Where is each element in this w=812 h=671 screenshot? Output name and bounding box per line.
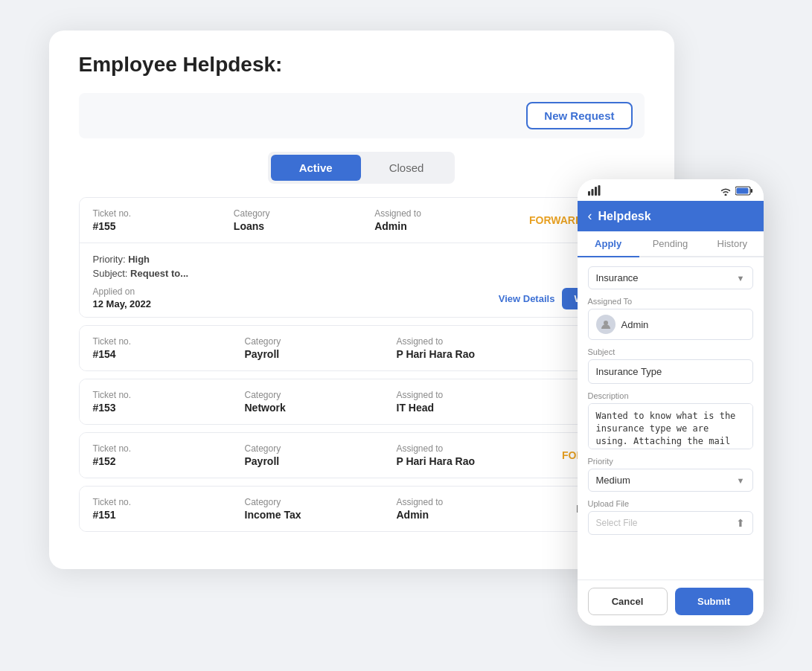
phone-tab-apply[interactable]: Apply (578, 231, 639, 257)
ticket-152-no: #152 (93, 455, 245, 467)
phone-header: ‹ Helpdesk (578, 201, 764, 231)
ticket-155-no: #155 (93, 220, 234, 232)
ticket-row: Ticket no. #154 Category Payroll Assigne… (79, 325, 645, 371)
assigned-label: Assigned to (397, 497, 549, 507)
ticket-no-label: Ticket no. (93, 208, 234, 219)
assigned-to-row: Admin (588, 309, 753, 340)
ticket-151-no: #151 (93, 509, 245, 521)
tab-closed[interactable]: Closed (361, 155, 453, 181)
ticket-151-main: Ticket no. #151 Category Income Tax Assi… (80, 487, 644, 531)
view-details-button[interactable]: View Details (499, 293, 555, 304)
file-upload-row[interactable]: Select File ⬆ (588, 511, 753, 535)
subject-input[interactable] (588, 359, 753, 384)
battery-icon (735, 186, 753, 198)
priority-select[interactable]: Medium ▼ (588, 469, 753, 492)
ticket-no-label: Ticket no. (93, 497, 245, 507)
category-field: Insurance ▼ (588, 266, 753, 289)
category-label: Category (245, 336, 397, 347)
svg-rect-0 (588, 191, 590, 196)
ticket-153-no: #153 (93, 402, 245, 414)
phone-header-title: Helpdesk (598, 210, 651, 223)
upload-field: Upload File Select File ⬆ (588, 499, 753, 535)
wifi-icon (719, 186, 732, 198)
ticket-152-no-col: Ticket no. #152 (93, 443, 245, 467)
ticket-154-cat-col: Category Payroll (245, 336, 397, 360)
assigned-label: Assigned to (374, 208, 515, 219)
ticket-154-no-col: Ticket no. #154 (93, 336, 245, 360)
priority-label: Priority (588, 457, 753, 466)
ticket-155-assigned-col: Assigned to Admin (374, 208, 515, 232)
assigned-label: Assigned to (397, 443, 549, 454)
ticket-155-date: 12 May, 2022 (93, 298, 152, 309)
category-label: Category (245, 443, 397, 454)
status-icons (719, 186, 753, 198)
ticket-154-assigned-col: Assigned to P Hari Hara Rao (397, 336, 549, 360)
ticket-154-no: #154 (93, 348, 245, 360)
category-label: Category (245, 390, 397, 400)
priority-value: Medium (596, 475, 630, 486)
phone-status-bar (578, 179, 764, 201)
description-label: Description (588, 391, 753, 400)
assigned-name: Admin (621, 319, 649, 330)
ticket-155-priority: Priority: High (93, 254, 630, 265)
ticket-row: Ticket no. #155 Category Loans Assigned … (79, 197, 645, 318)
svg-rect-5 (750, 189, 752, 193)
ticket-151-assigned: Admin (397, 509, 549, 521)
priority-field: Priority Medium ▼ (588, 457, 753, 492)
ticket-153-cat-col: Category Network (245, 390, 397, 414)
file-placeholder: Select File (596, 518, 638, 528)
ticket-155-category: Loans (234, 220, 374, 232)
ticket-152-category: Payroll (245, 455, 397, 467)
tab-active[interactable]: Active (271, 155, 361, 181)
cancel-button[interactable]: Cancel (588, 588, 668, 615)
subject-label: Subject (588, 347, 753, 356)
description-field: Description Wanted to know what is the i… (588, 391, 753, 449)
ticket-152-cat-col: Category Payroll (245, 443, 397, 467)
back-icon[interactable]: ‹ (588, 208, 592, 224)
svg-rect-1 (591, 189, 593, 196)
svg-rect-2 (595, 187, 597, 196)
category-value: Insurance (596, 272, 639, 283)
submit-button[interactable]: Submit (675, 588, 753, 615)
avatar (596, 315, 616, 334)
ticket-151-cat-col: Category Income Tax (245, 497, 397, 521)
svg-rect-6 (736, 187, 748, 193)
ticket-151-no-col: Ticket no. #151 (93, 497, 245, 521)
ticket-155-main: Ticket no. #155 Category Loans Assigned … (80, 198, 644, 243)
assigned-to-label: Assigned To (588, 297, 753, 306)
upload-label: Upload File (588, 499, 753, 508)
ticket-155-no-col: Ticket no. #155 (93, 208, 234, 232)
applied-on-label: Applied on (93, 286, 152, 297)
ticket-155-subject: Subject: Request to... (93, 268, 630, 279)
category-select[interactable]: Insurance ▼ (588, 266, 753, 289)
priority-dropdown-icon: ▼ (737, 476, 745, 485)
ticket-153-assigned: IT Head (397, 402, 549, 414)
category-label: Category (234, 208, 374, 219)
toolbar: New Request (79, 93, 645, 138)
category-dropdown-icon: ▼ (737, 274, 745, 283)
ticket-155-applied-on: Applied on 12 May, 2022 (93, 286, 152, 309)
ticket-155-detail: Priority: High Subject: Request to... Ap… (80, 243, 644, 317)
ticket-154-main: Ticket no. #154 Category Payroll Assigne… (80, 326, 644, 370)
ticket-152-assigned: P Hari Hara Rao (397, 455, 549, 467)
new-request-button[interactable]: New Request (526, 102, 632, 129)
ticket-154-category: Payroll (245, 348, 397, 360)
subject-field: Subject (588, 347, 753, 384)
phone-tab-pending[interactable]: Pending (639, 231, 701, 257)
phone-body: Insurance ▼ Assigned To Admin Subject (578, 257, 764, 580)
ticket-151-category: Income Tax (245, 509, 397, 521)
ticket-no-label: Ticket no. (93, 336, 245, 347)
page-title: Employee Helpdesk: (79, 53, 645, 77)
phone-tabs: Apply Pending History (578, 231, 764, 257)
assigned-label: Assigned to (397, 336, 549, 347)
ticket-152-assigned-col: Assigned to P Hari Hara Rao (397, 443, 549, 467)
ticket-155-detail-bottom: Applied on 12 May, 2022 View Details Wit… (93, 286, 630, 309)
description-textarea[interactable]: Wanted to know what is the insurance typ… (588, 403, 753, 449)
ticket-no-label: Ticket no. (93, 443, 245, 454)
ticket-list: Ticket no. #155 Category Loans Assigned … (79, 197, 645, 539)
ticket-153-category: Network (245, 402, 397, 414)
phone-tab-history[interactable]: History (701, 231, 763, 257)
ticket-153-no-col: Ticket no. #153 (93, 390, 245, 414)
ticket-153-main: Ticket no. #153 Category Network Assigne… (80, 379, 644, 424)
ticket-155-assigned: Admin (374, 220, 515, 232)
